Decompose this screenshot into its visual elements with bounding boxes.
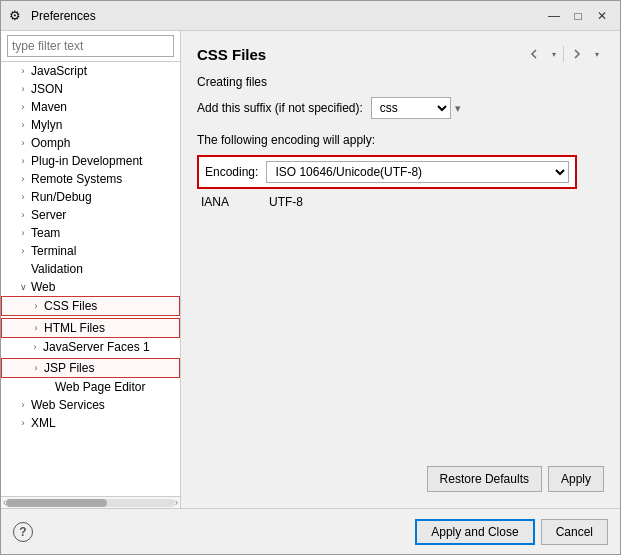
suffix-select[interactable]: css <box>371 97 451 119</box>
encoding-label: Encoding: <box>205 165 258 179</box>
sidebar-item-oomph[interactable]: › Oomph <box>1 134 180 152</box>
arrow-icon: › <box>29 341 41 353</box>
suffix-label: Add this suffix (if not specified): <box>197 101 363 115</box>
suffix-dropdown-icon[interactable]: ▾ <box>455 102 461 115</box>
creating-files-section: Creating files Add this suffix (if not s… <box>197 75 604 125</box>
encoding-select[interactable]: ISO 10646/Unicode(UTF-8) UTF-8 UTF-16 US… <box>266 161 569 183</box>
arrow-icon: › <box>17 155 29 167</box>
sidebar-item-html-files[interactable]: › HTML Files <box>1 318 180 338</box>
iana-row: IANA UTF-8 <box>201 195 604 209</box>
sidebar: › JavaScript › JSON › Maven › Mylyn <box>1 31 181 508</box>
scrollbar-thumb[interactable] <box>6 499 107 507</box>
arrow-icon: › <box>17 417 29 429</box>
arrow-icon: › <box>17 245 29 257</box>
sidebar-item-css-files[interactable]: › CSS Files <box>1 296 180 316</box>
sidebar-item-maven[interactable]: › Maven <box>1 98 180 116</box>
scrollbar-track <box>6 499 174 507</box>
sidebar-item-plugin-dev[interactable]: › Plug-in Development <box>1 152 180 170</box>
nav-forward-menu-button[interactable]: ▾ <box>590 43 604 65</box>
apply-and-close-button[interactable]: Apply and Close <box>415 519 534 545</box>
bottom-buttons: Restore Defaults Apply <box>197 460 604 496</box>
arrow-icon: › <box>30 300 42 312</box>
help-icon[interactable]: ? <box>13 522 33 542</box>
arrow-icon: › <box>30 362 42 374</box>
window-title: Preferences <box>31 9 544 23</box>
preferences-window: ⚙ Preferences — □ ✕ › JavaScript › <box>0 0 621 555</box>
window-controls: — □ ✕ <box>544 6 612 26</box>
creating-files-label: Creating files <box>197 75 604 89</box>
sidebar-item-javaserver-faces[interactable]: › JavaServer Faces 1 <box>1 338 180 356</box>
sidebar-item-team[interactable]: › Team <box>1 224 180 242</box>
sidebar-item-xml[interactable]: › XML <box>1 414 180 432</box>
sidebar-tree: › JavaScript › JSON › Maven › Mylyn <box>1 62 180 496</box>
iana-label: IANA <box>201 195 261 209</box>
search-input[interactable] <box>7 35 174 57</box>
search-bar <box>1 31 180 62</box>
suffix-row: Add this suffix (if not specified): css … <box>197 97 604 119</box>
arrow-icon: › <box>17 137 29 149</box>
close-button[interactable]: ✕ <box>592 6 612 26</box>
sidebar-scrollbar[interactable]: ‹ › <box>1 496 180 508</box>
arrow-icon: › <box>17 191 29 203</box>
minimize-button[interactable]: — <box>544 6 564 26</box>
encoding-section: The following encoding will apply: Encod… <box>197 133 604 221</box>
sidebar-item-validation[interactable]: › Validation <box>1 260 180 278</box>
window-icon: ⚙ <box>9 8 25 24</box>
apply-button[interactable]: Apply <box>548 466 604 492</box>
scroll-right-icon[interactable]: › <box>175 497 178 508</box>
sidebar-item-run-debug[interactable]: › Run/Debug <box>1 188 180 206</box>
dropdown-icon: ▾ <box>552 50 556 59</box>
sidebar-item-terminal[interactable]: › Terminal <box>1 242 180 260</box>
arrow-icon: › <box>17 83 29 95</box>
nav-arrows: ▾ ▾ <box>523 43 604 65</box>
sidebar-item-remote-systems[interactable]: › Remote Systems <box>1 170 180 188</box>
restore-defaults-button[interactable]: Restore Defaults <box>427 466 542 492</box>
arrow-icon: › <box>17 65 29 77</box>
nav-forward-button[interactable] <box>566 43 588 65</box>
arrow-icon: › <box>30 322 42 334</box>
dropdown-icon: ▾ <box>595 50 599 59</box>
sidebar-item-jsp-files[interactable]: › JSP Files <box>1 358 180 378</box>
footer-right: Apply and Close Cancel <box>415 519 608 545</box>
sidebar-item-web[interactable]: ∨ Web <box>1 278 180 296</box>
content-panel: CSS Files ▾ ▾ <box>181 31 620 508</box>
title-bar: ⚙ Preferences — □ ✕ <box>1 1 620 31</box>
nav-back-menu-button[interactable]: ▾ <box>547 43 561 65</box>
nav-separator <box>563 46 564 62</box>
arrow-icon: ∨ <box>17 281 29 293</box>
content-title: CSS Files <box>197 46 523 63</box>
sidebar-item-javascript[interactable]: › JavaScript <box>1 62 180 80</box>
arrow-icon: › <box>17 227 29 239</box>
nav-back-button[interactable] <box>523 43 545 65</box>
encoding-box: Encoding: ISO 10646/Unicode(UTF-8) UTF-8… <box>197 155 577 189</box>
arrow-icon: › <box>17 101 29 113</box>
content-header: CSS Files ▾ ▾ <box>197 43 604 65</box>
footer: ? Apply and Close Cancel <box>1 508 620 554</box>
footer-left: ? <box>13 522 33 542</box>
main-area: › JavaScript › JSON › Maven › Mylyn <box>1 31 620 508</box>
iana-value: UTF-8 <box>269 195 303 209</box>
maximize-button[interactable]: □ <box>568 6 588 26</box>
cancel-button[interactable]: Cancel <box>541 519 608 545</box>
sidebar-item-web-page-editor[interactable]: › Web Page Editor <box>1 378 180 396</box>
arrow-icon: › <box>17 399 29 411</box>
arrow-icon: › <box>17 119 29 131</box>
arrow-icon: › <box>17 209 29 221</box>
sidebar-item-json[interactable]: › JSON <box>1 80 180 98</box>
arrow-icon: › <box>17 173 29 185</box>
encoding-section-label: The following encoding will apply: <box>197 133 604 147</box>
sidebar-item-server[interactable]: › Server <box>1 206 180 224</box>
sidebar-item-web-services[interactable]: › Web Services <box>1 396 180 414</box>
sidebar-item-mylyn[interactable]: › Mylyn <box>1 116 180 134</box>
